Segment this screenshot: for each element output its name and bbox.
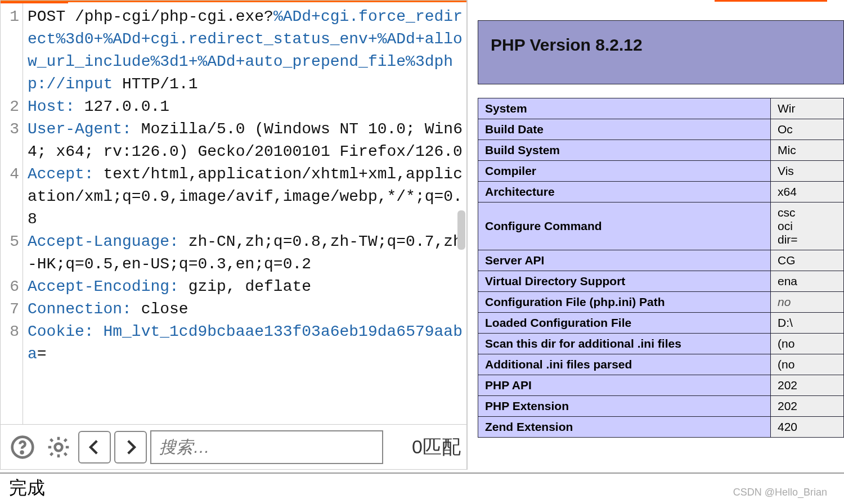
table-row: Zend Extension420 xyxy=(478,417,844,438)
line-number: 6 xyxy=(1,276,19,298)
code-line[interactable]: Accept: text/html,application/xhtml+xml,… xyxy=(28,163,463,231)
phpinfo-key: Additional .ini files parsed xyxy=(478,354,771,375)
table-row: Configure Commandcscocidir= xyxy=(478,202,844,250)
phpinfo-value: 420 xyxy=(771,417,844,438)
phpinfo-value: cscocidir= xyxy=(771,202,844,250)
status-text: 完成 xyxy=(9,476,45,501)
phpinfo-key: Architecture xyxy=(478,182,771,202)
phpinfo-value: (no xyxy=(771,334,844,354)
phpinfo-key: Build Date xyxy=(478,119,771,140)
code-line[interactable]: User-Agent: Mozilla/5.0 (Windows NT 10.0… xyxy=(28,118,463,163)
phpinfo-key: Configuration File (php.ini) Path xyxy=(478,292,771,313)
phpinfo-key: Zend Extension xyxy=(478,417,771,438)
line-number-gutter: 12345678 xyxy=(1,2,23,424)
code-line[interactable]: Accept-Language: zh-CN,zh;q=0.8,zh-TW;q=… xyxy=(28,231,463,276)
table-row: Scan this dir for additional .ini files(… xyxy=(478,334,844,354)
line-number: 5 xyxy=(1,231,19,276)
status-bar: 完成 xyxy=(0,472,844,504)
svg-point-1 xyxy=(21,451,23,453)
phpinfo-value: Mic xyxy=(771,140,844,161)
phpinfo-value: (no xyxy=(771,354,844,375)
request-code-area[interactable]: 12345678 POST /php-cgi/php-cgi.exe?%ADd+… xyxy=(1,1,466,424)
phpinfo-key: Configure Command xyxy=(478,202,771,250)
phpinfo-value: x64 xyxy=(771,182,844,202)
next-match-button[interactable] xyxy=(114,431,147,464)
phpinfo-value: 202 xyxy=(771,396,844,417)
table-row: PHP API202 xyxy=(478,375,844,396)
phpinfo-key: Server API xyxy=(478,250,771,271)
line-number: 4 xyxy=(1,163,19,231)
table-row: Additional .ini files parsed(no xyxy=(478,354,844,375)
request-code-text[interactable]: POST /php-cgi/php-cgi.exe?%ADd+cgi.force… xyxy=(23,2,466,424)
phpinfo-value: ena xyxy=(771,271,844,292)
phpinfo-table: SystemWirBuild DateOcBuild SystemMicComp… xyxy=(478,98,844,438)
table-row: Loaded Configuration FileD:\ xyxy=(478,313,844,334)
table-row: CompilerVis xyxy=(478,161,844,182)
phpinfo-key: Build System xyxy=(478,140,771,161)
phpinfo-key: Compiler xyxy=(478,161,771,182)
search-toolbar: 0匹配 xyxy=(1,424,466,469)
phpinfo-key: Scan this dir for additional .ini files xyxy=(478,334,771,354)
phpinfo-key: System xyxy=(478,98,771,119)
search-input[interactable] xyxy=(150,430,383,464)
phpinfo-value: D:\ xyxy=(771,313,844,334)
phpinfo-key: Virtual Directory Support xyxy=(478,271,771,292)
phpinfo-value: Vis xyxy=(771,161,844,182)
svg-point-2 xyxy=(55,443,62,451)
line-number: 3 xyxy=(1,118,19,163)
phpinfo-value: 202 xyxy=(771,375,844,396)
line-number: 8 xyxy=(1,321,19,366)
watermark: CSDN @Hello_Brian xyxy=(733,487,827,498)
scrollbar-thumb[interactable] xyxy=(457,210,465,250)
table-row: Build DateOc xyxy=(478,119,844,140)
phpinfo-value: CG xyxy=(771,250,844,271)
table-row: Virtual Directory Supportena xyxy=(478,271,844,292)
code-line[interactable]: Accept-Encoding: gzip, deflate xyxy=(28,276,463,298)
code-line[interactable]: Connection: close xyxy=(28,298,463,321)
table-row: SystemWir xyxy=(478,98,844,119)
phpinfo-key: PHP API xyxy=(478,375,771,396)
gear-icon[interactable] xyxy=(42,431,75,464)
table-row: Server APICG xyxy=(478,250,844,271)
phpinfo-value: Oc xyxy=(771,119,844,140)
table-row: Architecturex64 xyxy=(478,182,844,202)
code-line[interactable]: POST /php-cgi/php-cgi.exe?%ADd+cgi.force… xyxy=(28,6,463,96)
line-number: 1 xyxy=(1,6,19,96)
match-count-label: 0匹配 xyxy=(412,434,461,460)
line-number: 2 xyxy=(1,96,19,118)
line-number: 7 xyxy=(1,298,19,321)
table-row: Configuration File (php.ini) Pathno xyxy=(478,292,844,313)
phpinfo-key: Loaded Configuration File xyxy=(478,313,771,334)
code-line[interactable]: Cookie: Hm_lvt_1cd9bcbaae133f03a6eb19da6… xyxy=(28,321,463,366)
phpinfo-value: no xyxy=(771,292,844,313)
code-line[interactable]: Host: 127.0.0.1 xyxy=(28,96,463,118)
table-row: PHP Extension202 xyxy=(478,396,844,417)
response-preview-panel: PHP Version 8.2.12 SystemWirBuild DateOc… xyxy=(467,0,844,470)
request-editor-panel: 12345678 POST /php-cgi/php-cgi.exe?%ADd+… xyxy=(0,0,467,470)
table-row: Build SystemMic xyxy=(478,140,844,161)
prev-match-button[interactable] xyxy=(78,431,111,464)
help-icon[interactable] xyxy=(6,431,39,464)
phpinfo-value: Wir xyxy=(771,98,844,119)
phpinfo-key: PHP Extension xyxy=(478,396,771,417)
php-version-header: PHP Version 8.2.12 xyxy=(478,20,844,84)
